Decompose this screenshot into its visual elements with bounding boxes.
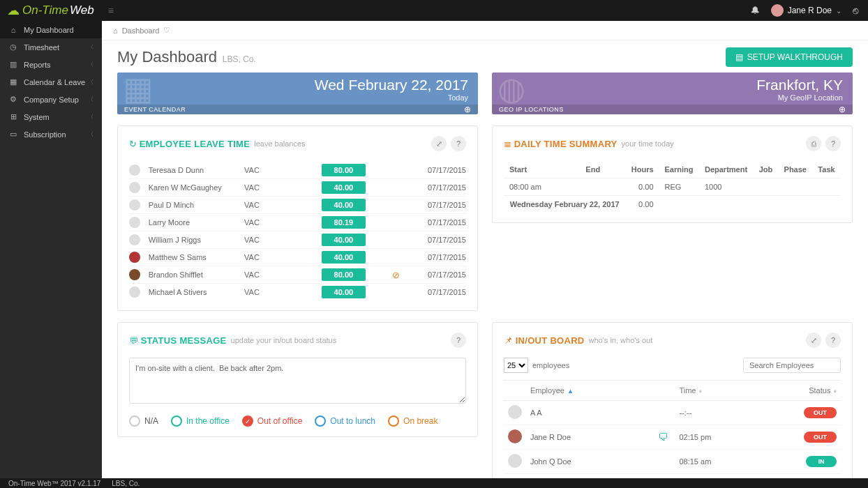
col-status[interactable]: Status♦ bbox=[757, 381, 841, 401]
col-employee[interactable]: Employee▲ bbox=[526, 381, 654, 401]
page-title: My Dashboard bbox=[117, 48, 217, 66]
radio-icon: ✓ bbox=[242, 415, 253, 427]
cloud-icon: ☁ bbox=[7, 3, 20, 18]
radio-icon bbox=[388, 415, 399, 427]
status-radio-out-of-office[interactable]: ✓Out of office bbox=[242, 415, 302, 427]
sidebar-item-reports[interactable]: ▥Reports〈 bbox=[0, 56, 102, 73]
page-subtitle: LBS, Co. bbox=[223, 54, 256, 64]
sidebar-item-system[interactable]: ⊞System〈 bbox=[0, 108, 102, 125]
list-icon: ≣ bbox=[504, 139, 511, 149]
user-menu[interactable]: Jane R Doe ⌄ bbox=[771, 4, 841, 17]
nav-icon: ⌂ bbox=[8, 26, 18, 34]
search-employees-input[interactable] bbox=[743, 358, 841, 373]
leave-row[interactable]: Larry Moore VAC 80.19 07/17/2015 bbox=[129, 213, 466, 231]
status-pill: OUT bbox=[804, 407, 837, 418]
avatar bbox=[129, 199, 140, 211]
home-icon[interactable]: ⌂ bbox=[113, 26, 118, 35]
status-radio-n-a[interactable]: N/A bbox=[129, 415, 158, 427]
chevron-left-icon: 〈 bbox=[88, 78, 93, 86]
page-size-select[interactable]: 25 bbox=[504, 358, 528, 373]
user-name: Jane R Doe bbox=[788, 6, 832, 15]
balance-pill: 80.00 bbox=[322, 268, 366, 281]
menu-toggle-icon[interactable]: ≡ bbox=[104, 5, 118, 16]
logo[interactable]: ☁ On-Time Web bbox=[0, 0, 101, 21]
daily-summary-table: StartEndHoursEarningDepartmentJobPhaseTa… bbox=[504, 161, 841, 213]
avatar bbox=[129, 287, 140, 298]
message-icon[interactable]: 🗨︎ bbox=[658, 432, 668, 443]
sidebar-item-company-setup[interactable]: ⚙Company Setup〈 bbox=[0, 91, 102, 108]
nav-icon: ⚙ bbox=[8, 95, 18, 104]
board-row[interactable]: A A --:-- OUT bbox=[504, 401, 841, 425]
plus-icon[interactable]: ⊕ bbox=[839, 105, 846, 114]
geoip-hero[interactable]: ◍ Frankfort, KY My GeoIP Location GEO IP… bbox=[492, 73, 853, 114]
help-icon[interactable]: ? bbox=[825, 333, 841, 348]
card-title: EMPLOYEE LEAVE TIME bbox=[140, 139, 250, 149]
status-radio-on-break[interactable]: On break bbox=[388, 415, 437, 427]
balance-pill: 40.00 bbox=[322, 199, 366, 211]
leave-row[interactable]: Teresaa D Dunn VAC 80.00 07/17/2015 bbox=[129, 161, 466, 178]
sidebar-item-timesheet[interactable]: ◷Timesheet〈 bbox=[0, 38, 102, 56]
chevron-left-icon: 〈 bbox=[88, 43, 93, 51]
chevron-left-icon: 〈 bbox=[88, 113, 93, 121]
sort-icon: ♦ bbox=[833, 388, 837, 395]
balance-pill: 40.00 bbox=[322, 181, 366, 194]
status-radio-in-the-office[interactable]: In the office bbox=[171, 415, 230, 427]
help-icon[interactable]: ? bbox=[825, 136, 841, 151]
breadcrumb: ⌂ Dashboard ♡ bbox=[102, 21, 868, 40]
history-icon: ↻ bbox=[129, 139, 137, 149]
status-radio-out-to-lunch[interactable]: Out to lunch bbox=[315, 415, 375, 427]
avatar bbox=[129, 182, 140, 193]
expand-icon[interactable]: ⤢ bbox=[431, 136, 447, 151]
balance-pill: 40.00 bbox=[322, 286, 366, 298]
status-message-card: 💬︎ STATUS MESSAGE update your in/out boa… bbox=[117, 322, 478, 437]
leave-row[interactable]: Brandon Shifflet VAC 80.00 ⊘ 07/17/2015 bbox=[129, 266, 466, 283]
leave-row[interactable]: William J Riggs VAC 40.00 07/17/2015 bbox=[129, 231, 466, 248]
sidebar-item-subscription[interactable]: ▭Subscription〈 bbox=[0, 125, 102, 143]
logout-icon[interactable]: ⎋ bbox=[853, 5, 858, 16]
inout-board-table: Employee▲ Time♦ Status♦ A A --:-- OUT Ja… bbox=[504, 380, 841, 478]
nav-icon: ▥ bbox=[8, 60, 18, 69]
bell-icon[interactable]: 🔔︎ bbox=[750, 5, 760, 16]
breadcrumb-label[interactable]: Dashboard bbox=[122, 26, 160, 35]
avatar bbox=[771, 4, 784, 17]
nav-icon: ⊞ bbox=[8, 112, 18, 121]
leave-row[interactable]: Michael A Stivers VAC 40.00 07/17/2015 bbox=[129, 283, 466, 300]
avatar bbox=[129, 165, 140, 176]
card-title: IN/OUT BOARD bbox=[516, 335, 585, 346]
card-title: STATUS MESSAGE bbox=[141, 335, 227, 346]
sidebar-item-calendar-leave[interactable]: ▦Calendar & Leave〈 bbox=[0, 73, 102, 91]
col-time[interactable]: Time♦ bbox=[675, 381, 757, 401]
sort-asc-icon: ▲ bbox=[567, 388, 574, 395]
radio-icon bbox=[171, 415, 182, 427]
sidebar: ⌂My Dashboard◷Timesheet〈▥Reports〈▦Calend… bbox=[0, 21, 102, 478]
setup-walkthrough-button[interactable]: ▤ SETUP WALKTHROUGH bbox=[726, 47, 853, 67]
help-icon[interactable]: ? bbox=[451, 136, 466, 151]
warning-icon: ⊘ bbox=[388, 270, 405, 280]
sidebar-item-my-dashboard[interactable]: ⌂My Dashboard bbox=[0, 21, 102, 38]
chevron-left-icon: 〈 bbox=[88, 130, 93, 138]
leave-row[interactable]: Karen W McGaughey VAC 40.00 07/17/2015 bbox=[129, 178, 466, 196]
card-title: DAILY TIME SUMMARY bbox=[514, 139, 618, 149]
main-content: ⌂ Dashboard ♡ My Dashboard LBS, Co. ▤ SE… bbox=[102, 21, 868, 478]
leave-row[interactable]: Paul D Minch VAC 40.00 07/17/2015 bbox=[129, 196, 466, 213]
avatar bbox=[508, 405, 522, 419]
radio-icon bbox=[129, 415, 140, 427]
avatar bbox=[129, 269, 140, 280]
help-icon[interactable]: ? bbox=[451, 333, 466, 348]
heart-icon[interactable]: ♡ bbox=[163, 26, 170, 35]
board-row[interactable]: Jane R Doe 🗨︎ 02:15 pm OUT bbox=[504, 425, 841, 450]
board-row[interactable]: John Q Doe 08:15 am IN bbox=[504, 450, 841, 474]
employee-leave-card: ↻ EMPLOYEE LEAVE TIME leave balances ⤢ ?… bbox=[117, 125, 478, 311]
chat-icon: 💬︎ bbox=[129, 335, 138, 346]
event-calendar-hero[interactable]: ▦ Wed February 22, 2017 Today EVENT CALE… bbox=[117, 73, 478, 114]
expand-icon[interactable]: ⤢ bbox=[806, 333, 821, 348]
status-pill: OUT bbox=[804, 432, 837, 443]
print-icon[interactable]: ⎙ bbox=[806, 136, 821, 151]
balance-pill: 40.00 bbox=[322, 251, 366, 264]
status-message-input[interactable] bbox=[129, 358, 466, 404]
leave-row[interactable]: Matthew S Sams VAC 40.00 07/17/2015 bbox=[129, 248, 466, 266]
nav-icon: ◷ bbox=[8, 43, 18, 52]
status-pill: IN bbox=[806, 456, 837, 467]
chevron-left-icon: 〈 bbox=[88, 61, 93, 68]
plus-icon[interactable]: ⊕ bbox=[464, 105, 472, 114]
